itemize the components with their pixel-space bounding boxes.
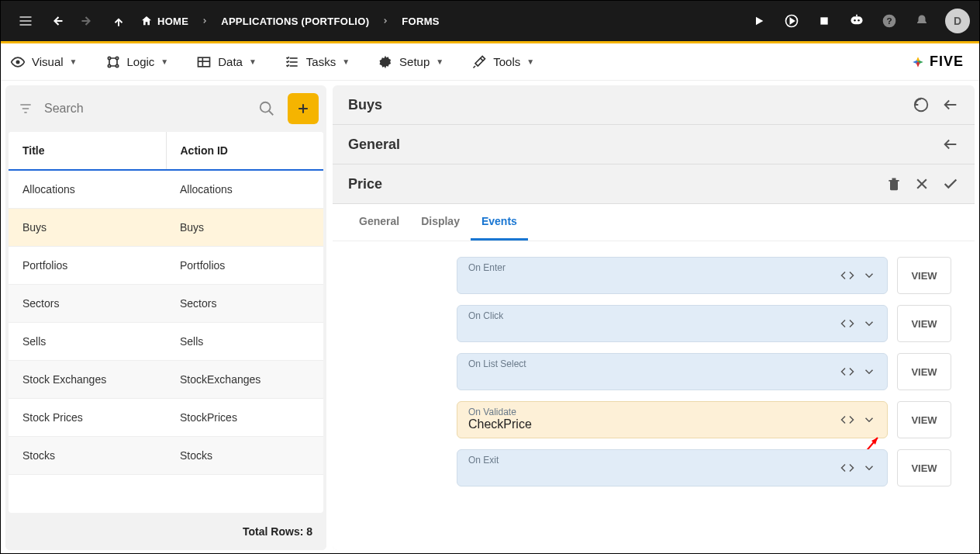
svg-marker-47 bbox=[871, 438, 878, 445]
chevron-down-icon[interactable] bbox=[862, 461, 876, 475]
cell-title: Sells bbox=[9, 323, 166, 360]
breadcrumb-applications[interactable]: APPLICATIONS (PORTFOLIO) bbox=[221, 16, 369, 27]
add-button[interactable] bbox=[288, 93, 319, 124]
check-icon[interactable] bbox=[942, 175, 959, 192]
table-row[interactable]: StocksStocks bbox=[9, 437, 323, 475]
menu-label: Tools bbox=[493, 55, 520, 68]
cell-actionid: StockPrices bbox=[166, 399, 323, 436]
table-row[interactable]: BuysBuys bbox=[9, 209, 323, 247]
detail-header-1: Buys bbox=[333, 85, 975, 125]
svg-point-12 bbox=[858, 19, 860, 22]
event-field[interactable]: On Enter bbox=[457, 257, 888, 294]
menu-icon[interactable] bbox=[10, 5, 41, 36]
table-row[interactable]: Stock ExchangesStockExchanges bbox=[9, 361, 323, 399]
breadcrumb-label: APPLICATIONS (PORTFOLIO) bbox=[221, 16, 369, 27]
table-row[interactable]: SellsSells bbox=[9, 323, 323, 361]
back-arrow-icon[interactable] bbox=[942, 96, 959, 113]
help-icon[interactable]: ? bbox=[875, 5, 903, 36]
event-field[interactable]: On Exit bbox=[457, 449, 888, 486]
cell-actionid: Sells bbox=[166, 323, 323, 360]
event-field[interactable]: On Click bbox=[457, 305, 888, 342]
cell-title: Allocations bbox=[9, 171, 166, 208]
back-arrow-icon[interactable] bbox=[942, 136, 959, 153]
svg-point-17 bbox=[108, 57, 110, 59]
menu-setup[interactable]: Setup▼ bbox=[378, 54, 443, 70]
chevron-right-icon bbox=[195, 17, 215, 25]
search-row bbox=[5, 85, 326, 132]
cell-actionid: StockExchanges bbox=[166, 361, 323, 398]
svg-marker-6 bbox=[756, 17, 763, 26]
tab-events[interactable]: Events bbox=[471, 204, 528, 241]
chevron-down-icon[interactable] bbox=[862, 413, 876, 427]
breadcrumb-home[interactable]: HOME bbox=[140, 15, 188, 27]
event-label: On Click bbox=[468, 310, 503, 321]
chevron-down-icon[interactable] bbox=[862, 268, 876, 282]
view-button[interactable]: VIEW bbox=[897, 353, 951, 390]
tab-label: Display bbox=[421, 215, 460, 227]
table-footer: Total Rows: 8 bbox=[5, 513, 326, 550]
event-value: CheckPrice bbox=[468, 417, 532, 431]
menu-data[interactable]: Data▼ bbox=[196, 54, 257, 70]
event-row: On ClickVIEW bbox=[457, 305, 951, 342]
avatar-initial: D bbox=[954, 15, 961, 27]
event-label: On Validate bbox=[468, 407, 516, 417]
chevron-down-icon[interactable] bbox=[862, 365, 876, 379]
view-button[interactable]: VIEW bbox=[897, 257, 951, 294]
menu-tasks[interactable]: Tasks▼ bbox=[285, 54, 350, 70]
avatar[interactable]: D bbox=[945, 9, 970, 33]
column-header-actionid[interactable]: Action ID bbox=[166, 132, 324, 169]
stop-icon[interactable] bbox=[810, 5, 838, 36]
code-icon[interactable] bbox=[840, 268, 854, 282]
view-button[interactable]: VIEW bbox=[897, 401, 951, 438]
search-icon[interactable] bbox=[252, 100, 281, 117]
back-icon[interactable] bbox=[41, 5, 72, 36]
event-icons bbox=[840, 268, 876, 282]
table-row[interactable]: PortfoliosPortfolios bbox=[9, 247, 323, 285]
filter-icon[interactable] bbox=[13, 101, 38, 116]
menu-label: Setup bbox=[399, 55, 430, 68]
refresh-icon[interactable] bbox=[913, 96, 930, 113]
table-row[interactable]: Stock PricesStockPrices bbox=[9, 399, 323, 437]
breadcrumb-forms[interactable]: FORMS bbox=[402, 16, 439, 27]
view-button[interactable]: VIEW bbox=[897, 449, 951, 486]
cell-actionid: Sectors bbox=[166, 285, 323, 322]
event-field[interactable]: On List Select bbox=[457, 353, 888, 390]
svg-point-20 bbox=[116, 64, 118, 67]
detail-header-2: General bbox=[333, 125, 975, 164]
code-icon[interactable] bbox=[840, 413, 854, 427]
svg-point-19 bbox=[108, 64, 110, 67]
code-icon[interactable] bbox=[840, 317, 854, 331]
menu-label: Data bbox=[218, 55, 243, 68]
event-field[interactable]: On ValidateCheckPrice bbox=[457, 401, 888, 438]
table-row[interactable]: AllocationsAllocations bbox=[9, 171, 323, 209]
forward-icon bbox=[72, 5, 103, 36]
topbar: HOME APPLICATIONS (PORTFOLIO) FORMS ? D bbox=[1, 1, 979, 41]
search-input[interactable] bbox=[44, 102, 246, 116]
cell-title: Portfolios bbox=[9, 247, 166, 284]
detail-title-3: Price bbox=[348, 176, 382, 192]
menu-logic[interactable]: Logic▼ bbox=[105, 54, 169, 70]
tab-general[interactable]: General bbox=[348, 204, 410, 241]
menu-tools[interactable]: Tools▼ bbox=[471, 54, 534, 70]
table-row[interactable]: SectorsSectors bbox=[9, 285, 323, 323]
view-button[interactable]: VIEW bbox=[897, 305, 951, 342]
run-debug-icon[interactable] bbox=[778, 5, 806, 36]
delete-icon[interactable] bbox=[886, 175, 902, 192]
tab-display[interactable]: Display bbox=[410, 204, 471, 241]
code-icon[interactable] bbox=[840, 461, 854, 475]
up-icon[interactable] bbox=[103, 5, 134, 36]
column-header-title[interactable]: Title bbox=[9, 132, 166, 169]
menu-label: Logic bbox=[127, 55, 155, 68]
code-icon[interactable] bbox=[840, 365, 854, 379]
event-row: On ExitVIEW bbox=[457, 449, 951, 486]
bell-icon[interactable] bbox=[908, 5, 936, 36]
play-icon[interactable] bbox=[745, 5, 773, 36]
topbar-left: HOME APPLICATIONS (PORTFOLIO) FORMS bbox=[10, 5, 440, 36]
menu-visual[interactable]: Visual▼ bbox=[10, 54, 78, 70]
breadcrumb-label: FORMS bbox=[402, 16, 439, 27]
close-icon[interactable] bbox=[914, 175, 930, 192]
chevron-down-icon[interactable] bbox=[862, 317, 876, 331]
svg-point-35 bbox=[261, 102, 271, 113]
svg-rect-10 bbox=[851, 16, 863, 24]
chat-icon[interactable] bbox=[843, 5, 871, 36]
